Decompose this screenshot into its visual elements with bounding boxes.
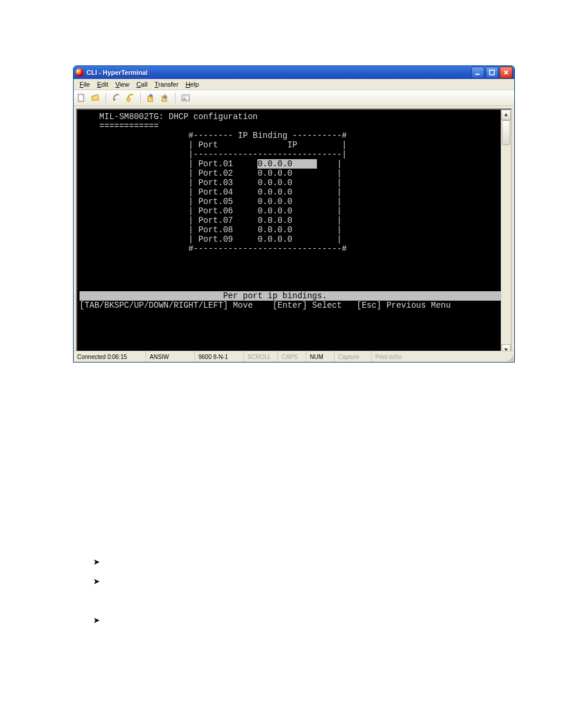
- svg-rect-6: [148, 96, 153, 101]
- window-title: CLI - HyperTerminal: [87, 69, 471, 76]
- terminal-row[interactable]: | Port.08 0.0.0.0 |: [80, 225, 508, 235]
- bullet-icon: ➤: [93, 615, 100, 625]
- menu-view[interactable]: View: [112, 80, 133, 88]
- terminal-line: #------------------------------#: [80, 244, 508, 253]
- close-button[interactable]: [500, 67, 513, 78]
- terminal-row[interactable]: | Port.04 0.0.0.0 |: [80, 187, 508, 197]
- terminal[interactable]: MIL-SM8002TG: DHCP configuration =======…: [77, 110, 511, 355]
- status-emulation: ANSIW: [146, 351, 195, 362]
- status-connected: Connected 0:06:15: [74, 351, 146, 362]
- terminal-row[interactable]: | Port.06 0.0.0.0 |: [80, 206, 508, 216]
- status-num: NUM: [306, 351, 335, 362]
- app-window: CLI - HyperTerminal File Edit View Call …: [73, 65, 515, 363]
- receive-icon[interactable]: [160, 93, 170, 103]
- terminal-row[interactable]: | Port.05 0.0.0.0 |: [80, 197, 508, 206]
- terminal-row[interactable]: | Port.02 0.0.0.0 |: [80, 169, 508, 178]
- svg-rect-10: [183, 98, 186, 98]
- statusbar: Connected 0:06:15 ANSIW 9600 8-N-1 SCROL…: [74, 351, 514, 362]
- terminal-line: [80, 263, 508, 272]
- open-icon[interactable]: [90, 93, 101, 103]
- menu-help[interactable]: Help: [182, 80, 203, 88]
- terminal-line: [80, 282, 508, 291]
- terminal-line: | Port IP |: [80, 140, 508, 150]
- new-icon[interactable]: [76, 93, 87, 103]
- svg-rect-1: [490, 70, 494, 75]
- terminal-frame: MIL-SM8002TG: DHCP configuration =======…: [76, 108, 512, 356]
- menubar: File Edit View Call Transfer Help: [74, 79, 514, 90]
- status-settings: 9600 8-N-1: [195, 351, 244, 362]
- terminal-line: |------------------------------|: [80, 150, 508, 159]
- bullet-icon: ➤: [93, 577, 100, 586]
- selected-ip-field[interactable]: 0.0.0.0: [257, 159, 317, 169]
- svg-rect-9: [182, 95, 189, 97]
- minimize-button[interactable]: [471, 67, 484, 78]
- svg-point-4: [113, 98, 115, 101]
- status-printecho: Print echo: [372, 351, 514, 362]
- resize-grip[interactable]: [507, 354, 514, 361]
- svg-rect-0: [475, 74, 480, 75]
- scrollbar[interactable]: [501, 110, 511, 355]
- terminal-row[interactable]: | Port.03 0.0.0.0 |: [80, 178, 508, 187]
- menu-edit[interactable]: Edit: [94, 80, 112, 88]
- disconnect-icon[interactable]: [125, 93, 135, 103]
- maximize-button[interactable]: [485, 67, 498, 78]
- menu-call[interactable]: Call: [133, 80, 151, 88]
- properties-icon[interactable]: [180, 93, 191, 103]
- svg-point-5: [127, 98, 130, 101]
- nav-line: [TAB/BKSPC/UP/DOWN/RIGHT/LEFT] Move [Ent…: [80, 301, 508, 310]
- terminal-line: #-------- IP Binding ----------#: [80, 131, 508, 140]
- app-icon: [75, 68, 84, 77]
- scroll-thumb[interactable]: [502, 120, 510, 145]
- titlebar: CLI - HyperTerminal: [74, 66, 514, 79]
- send-icon[interactable]: [146, 93, 156, 103]
- svg-marker-12: [504, 113, 508, 116]
- status-capture: Capture: [335, 351, 372, 362]
- scroll-up-icon[interactable]: [501, 110, 511, 120]
- terminal-row[interactable]: | Port.07 0.0.0.0 |: [80, 216, 508, 225]
- toolbar: [74, 90, 514, 106]
- svg-rect-11: [183, 99, 187, 100]
- terminal-line: MIL-SM8002TG: DHCP configuration: [80, 112, 508, 121]
- hint-line: Per port ip bindings.: [80, 291, 508, 301]
- connect-icon[interactable]: [111, 93, 121, 103]
- status-scroll: SCROLL: [244, 351, 278, 362]
- menu-file[interactable]: File: [76, 80, 94, 88]
- terminal-row[interactable]: | Port.01 0.0.0.0 |: [80, 159, 508, 169]
- terminal-line: [80, 253, 508, 263]
- status-caps: CAPS: [278, 351, 306, 362]
- bullet-icon: ➤: [93, 557, 100, 566]
- terminal-row[interactable]: | Port.09 0.0.0.0 |: [80, 235, 508, 244]
- menu-transfer[interactable]: Transfer: [151, 80, 182, 88]
- terminal-line: [80, 272, 508, 282]
- terminal-line: ============: [80, 121, 508, 131]
